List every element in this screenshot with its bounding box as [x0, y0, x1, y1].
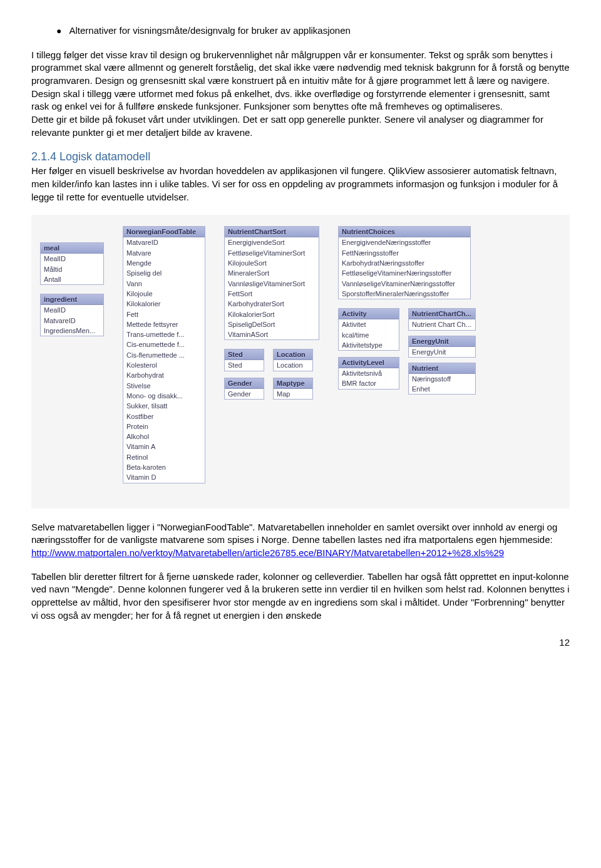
table-field: Matvare: [123, 248, 205, 258]
table-field: Vann: [123, 279, 205, 289]
table-title: NutrientChartCh...: [409, 309, 475, 319]
paragraph-5: Tabellen blir deretter filtrert for å fj…: [31, 571, 570, 623]
table-field: FettløseligeVitaminerNæringsstoffer: [339, 268, 470, 278]
bullet-text: Alternativer for visningsmåte/designvalg…: [69, 25, 350, 36]
table-field: Cis-flerumettede ...: [123, 350, 205, 360]
table-title: ingredient: [41, 294, 103, 305]
table-field: Beta-karoten: [123, 462, 205, 472]
table-field: Mengde: [123, 258, 205, 268]
table-field: SpiseligDelSort: [225, 319, 319, 329]
paragraph-4-text: Selve matvaretabellen ligger i "Norwegia…: [31, 522, 557, 545]
table-field: Gender: [225, 389, 264, 399]
table-activity: Activity Aktivitet kcal/time Aktivitetst…: [338, 308, 399, 351]
table-title: Sted: [225, 349, 264, 360]
table-location: Location Location: [273, 349, 313, 371]
table-field: Enhet: [409, 384, 475, 394]
table-field: Cis-enumettede f...: [123, 339, 205, 349]
paragraph-4: Selve matvaretabellen ligger i "Norwegia…: [31, 521, 570, 560]
table-field: FettløseligeVitaminerSort: [225, 248, 319, 258]
table-field: Trans-umettede f...: [123, 329, 205, 339]
table-title: NorwegianFoodTable: [123, 227, 205, 237]
table-title: NutrientChartSort: [225, 227, 319, 237]
matportalen-link[interactable]: http://www.matportalen.no/verktoy/Matvar…: [31, 547, 504, 558]
table-field: Vitamin D: [123, 472, 205, 482]
table-title: EnergyUnit: [409, 336, 475, 347]
table-field: VannløsligeVitaminerSort: [225, 279, 319, 289]
table-title: Nutrient: [409, 363, 475, 374]
table-field: Fett: [123, 309, 205, 319]
table-meal: meal MealID Måltid Antall: [40, 242, 104, 285]
table-field: Kilojoule: [123, 289, 205, 299]
table-field: MealID: [41, 305, 103, 315]
table-field: MatvareID: [123, 237, 205, 247]
table-field: Næringsstoff: [409, 374, 475, 384]
table-field: Kilokalorier: [123, 299, 205, 309]
table-field: Vitamin A: [123, 442, 205, 452]
table-field: Antall: [41, 274, 103, 284]
table-field: MineralerSort: [225, 268, 319, 278]
table-field: Retinol: [123, 452, 205, 462]
table-field: Mono- og disakk...: [123, 391, 205, 401]
table-title: Gender: [225, 378, 264, 389]
table-field: VannløseligeVitaminerNæringsstoffer: [339, 279, 470, 289]
section-heading: 2.1.4 Logisk datamodell: [31, 150, 570, 163]
table-field: EnergyUnit: [409, 347, 475, 357]
table-field: Spiselig del: [123, 268, 205, 278]
bullet-item: ● Alternativer for visningsmåte/designva…: [56, 25, 570, 38]
table-norwegianfoodtable: NorwegianFoodTable MatvareID Matvare Men…: [123, 226, 205, 483]
table-field: Map: [274, 389, 312, 399]
table-maptype: Maptype Map: [273, 378, 313, 400]
table-field: Location: [274, 360, 312, 370]
table-field: BMR factor: [339, 378, 399, 388]
table-nutrientchartsort: NutrientChartSort EnergigivendeSort Fett…: [224, 226, 319, 340]
table-field: Karbohydrat: [123, 370, 205, 380]
table-energyunit: EnergyUnit EnergyUnit: [408, 336, 476, 358]
table-nutrientchartch: NutrientChartCh... Nutrient Chart Ch...: [408, 308, 476, 330]
table-field: Kostfiber: [123, 411, 205, 421]
table-activitylevel: ActivityLevel Aktivitetsnivå BMR factor: [338, 357, 399, 390]
table-field: EnergigivendeSort: [225, 237, 319, 247]
table-field: FettSort: [225, 289, 319, 299]
table-field: Aktivitetstype: [339, 340, 399, 350]
table-field: kcal/time: [339, 330, 399, 340]
table-nutrientchoices: NutrientChoices EnergigivendeNæringsstof…: [338, 226, 471, 299]
table-field: VitaminASort: [225, 329, 319, 339]
bullet-dot: ●: [56, 25, 61, 38]
table-field: Kolesterol: [123, 360, 205, 370]
table-title: ActivityLevel: [339, 358, 399, 368]
table-field: EnergigivendeNæringsstoffer: [339, 237, 470, 247]
table-field: IngrediensMen...: [41, 326, 103, 336]
table-field: SporstofferMineralerNæringsstoffer: [339, 289, 470, 299]
table-title: Location: [274, 349, 312, 360]
table-field: Nutrient Chart Ch...: [409, 319, 475, 329]
table-title: NutrientChoices: [339, 227, 470, 237]
table-field: MatvareID: [41, 316, 103, 326]
paragraph-1: I tillegg følger det visse krav til desi…: [31, 49, 570, 113]
paragraph-2: Dette gir et bilde på fokuset vårt under…: [31, 113, 570, 139]
paragraph-3: Her følger en visuell beskrivelse av hvo…: [31, 165, 570, 204]
table-field: Sukker, tilsatt: [123, 401, 205, 411]
table-field: MealID: [41, 254, 103, 264]
table-field: Aktivitetsnivå: [339, 368, 399, 378]
data-model-diagram: meal MealID Måltid Antall ingredient Mea…: [31, 215, 570, 508]
table-field: Måltid: [41, 264, 103, 274]
table-field: KarbohydratNæringsstoffer: [339, 258, 470, 268]
table-field: FettNæringsstoffer: [339, 248, 470, 258]
page-number: 12: [559, 637, 570, 648]
table-field: Alkohol: [123, 431, 205, 442]
table-title: Maptype: [274, 378, 312, 389]
table-gender: Gender Gender: [224, 378, 264, 400]
table-field: Mettede fettsyrer: [123, 319, 205, 329]
table-field: Stivelse: [123, 381, 205, 391]
table-ingredient: ingredient MealID MatvareID IngrediensMe…: [40, 294, 104, 336]
table-title: Activity: [339, 309, 399, 319]
table-field: KarbohydraterSort: [225, 299, 319, 309]
table-field: KilokalorierSort: [225, 309, 319, 319]
table-field: Aktivitet: [339, 319, 399, 329]
table-field: KilojouleSort: [225, 258, 319, 268]
table-field: Sted: [225, 360, 264, 370]
table-title: meal: [41, 243, 103, 254]
table-nutrient: Nutrient Næringsstoff Enhet: [408, 363, 476, 395]
table-sted: Sted Sted: [224, 349, 264, 371]
table-field: Protein: [123, 421, 205, 431]
